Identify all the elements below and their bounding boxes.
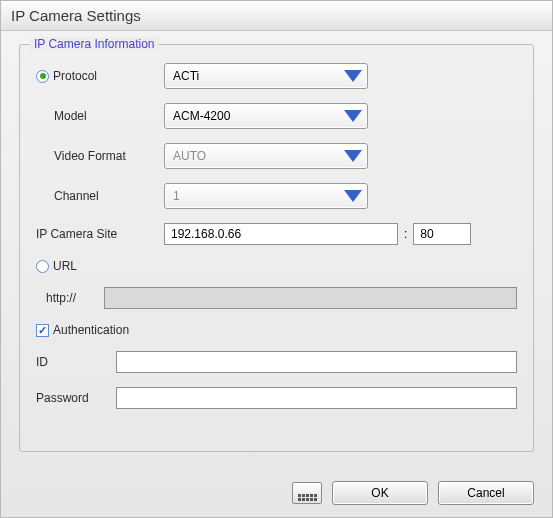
svg-marker-3 xyxy=(344,190,362,202)
model-combo-value: ACM-4200 xyxy=(173,109,343,123)
auth-label-col: Authentication xyxy=(36,323,129,337)
cancel-button[interactable]: Cancel xyxy=(438,481,534,505)
chevron-down-icon xyxy=(343,107,363,125)
button-row: OK Cancel xyxy=(292,481,534,505)
id-input[interactable] xyxy=(116,351,517,373)
url-radio[interactable] xyxy=(36,260,49,273)
chevron-down-icon xyxy=(343,147,363,165)
video-format-combo-value: AUTO xyxy=(173,149,343,163)
channel-combo-value: 1 xyxy=(173,189,343,203)
protocol-label-col: Protocol xyxy=(36,69,164,83)
port-separator: : xyxy=(404,227,407,241)
content-area: IP Camera Information Protocol ACTi Mode… xyxy=(1,31,552,462)
id-label: ID xyxy=(36,355,116,369)
video-format-row: Video Format AUTO xyxy=(36,143,517,169)
svg-marker-2 xyxy=(344,150,362,162)
model-label: Model xyxy=(54,109,164,123)
authentication-checkbox[interactable] xyxy=(36,324,49,337)
id-row: ID xyxy=(36,351,517,373)
protocol-row: Protocol ACTi xyxy=(36,63,517,89)
ip-address-input[interactable] xyxy=(164,223,398,245)
virtual-keyboard-icon[interactable] xyxy=(292,482,322,504)
password-label: Password xyxy=(36,391,116,405)
svg-marker-1 xyxy=(344,110,362,122)
channel-combo[interactable]: 1 xyxy=(164,183,368,209)
protocol-combo-value: ACTi xyxy=(173,69,343,83)
ip-site-row: IP Camera Site : xyxy=(36,223,517,245)
auth-row: Authentication xyxy=(36,323,517,337)
video-format-combo[interactable]: AUTO xyxy=(164,143,368,169)
port-input[interactable] xyxy=(413,223,471,245)
settings-window: IP Camera Settings IP Camera Information… xyxy=(0,0,553,518)
channel-row: Channel 1 xyxy=(36,183,517,209)
authentication-label: Authentication xyxy=(53,323,129,337)
password-input[interactable] xyxy=(116,387,517,409)
channel-label: Channel xyxy=(54,189,164,203)
ip-site-label: IP Camera Site xyxy=(36,227,164,241)
model-row: Model ACM-4200 xyxy=(36,103,517,129)
chevron-down-icon xyxy=(343,67,363,85)
url-row: URL xyxy=(36,259,517,273)
model-combo[interactable]: ACM-4200 xyxy=(164,103,368,129)
svg-marker-0 xyxy=(344,70,362,82)
protocol-label: Protocol xyxy=(53,69,97,83)
group-legend: IP Camera Information xyxy=(30,37,159,51)
protocol-combo[interactable]: ACTi xyxy=(164,63,368,89)
video-format-label: Video Format xyxy=(54,149,164,163)
url-label-col: URL xyxy=(36,259,164,273)
http-prefix-label: http:// xyxy=(46,291,96,305)
password-row: Password xyxy=(36,387,517,409)
url-label: URL xyxy=(53,259,77,273)
protocol-radio[interactable] xyxy=(36,70,49,83)
http-row: http:// xyxy=(46,287,517,309)
chevron-down-icon xyxy=(343,187,363,205)
ok-button[interactable]: OK xyxy=(332,481,428,505)
url-input xyxy=(104,287,517,309)
ip-camera-information-group: IP Camera Information Protocol ACTi Mode… xyxy=(19,44,534,452)
window-title: IP Camera Settings xyxy=(1,1,552,31)
